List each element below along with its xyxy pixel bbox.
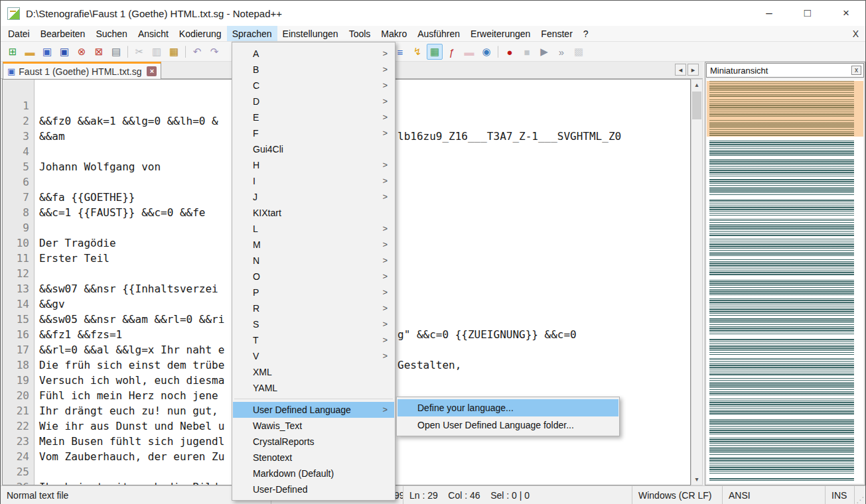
maximize-button[interactable]: □ (788, 1, 827, 26)
status-insert-mode[interactable]: INS (826, 486, 855, 504)
submenu-arrow-icon: > (382, 78, 388, 94)
language-menu-item[interactable]: P > (233, 284, 394, 300)
submenu-arrow-icon: > (382, 46, 388, 62)
document-map-close-icon[interactable]: x (851, 66, 861, 75)
tab-faust[interactable]: ▣ Faust 1 (Goethe) HTML.txt.sg × (3, 62, 161, 79)
print-icon[interactable]: ▤ (108, 44, 124, 60)
language-menu-item[interactable]: Markdown (Default) (233, 466, 394, 481)
open-file-icon[interactable]: ▬ (22, 44, 38, 60)
function-list-icon[interactable]: ƒ (444, 44, 460, 60)
toolbar-icon[interactable] (127, 46, 128, 58)
undo-icon[interactable]: ↶ (189, 44, 205, 60)
language-menu-item[interactable]: YAML (233, 380, 394, 396)
minimize-button[interactable]: – (750, 1, 788, 26)
language-menu-item[interactable]: H > (233, 157, 394, 173)
language-menu-item[interactable]: T > (233, 332, 394, 348)
status-doc-type: Normal text file (1, 486, 271, 504)
close-button[interactable]: × (827, 1, 865, 26)
status-bar: Normal text file length : 212.551 lines … (1, 485, 865, 504)
menu-bar-item[interactable]: Datei (3, 26, 35, 41)
editor-vertical-scrollbar[interactable]: ▴ ▾ (691, 79, 703, 485)
record-macro-icon[interactable]: ● (502, 44, 518, 60)
save-icon[interactable]: ▣ (39, 44, 55, 60)
submenu-arrow-icon: > (382, 173, 388, 189)
language-menu-item[interactable]: F > (233, 125, 394, 141)
menu-bar-item[interactable]: Bearbeiten (35, 26, 91, 41)
submenu-arrow-icon: > (382, 284, 388, 300)
run-icon[interactable]: ↯ (409, 44, 425, 60)
copy-icon[interactable]: ▥ (149, 44, 165, 60)
language-menu-item[interactable]: R > (233, 300, 394, 316)
languages-menu: A > B > C > D > E > F (232, 42, 396, 501)
language-menu-item[interactable]: S > (233, 316, 394, 332)
play-macro-icon[interactable]: ▶ (536, 44, 552, 60)
close-document-icon[interactable]: ⊗ (74, 44, 90, 60)
menu-bar-item[interactable]: ? (578, 26, 594, 41)
language-menu-item[interactable]: D > (233, 94, 394, 109)
paste-icon[interactable]: ▦ (166, 44, 182, 60)
submenu-arrow-icon: > (382, 300, 388, 316)
scrollbar-thumb[interactable] (692, 92, 701, 119)
submenu-item[interactable]: Define your language... (397, 399, 618, 416)
menu-bar-item[interactable]: Erweiterungen (465, 26, 536, 41)
language-menu-item[interactable] (234, 399, 393, 399)
language-menu-item[interactable]: O > (233, 269, 394, 284)
stop-macro-icon[interactable]: ■ (519, 44, 535, 60)
menu-bar-item[interactable]: Einstellungen (277, 26, 344, 41)
new-file-icon[interactable]: ⊞ (5, 44, 21, 60)
folder-as-workspace-icon[interactable]: ▬ (461, 44, 477, 60)
menu-bar-item[interactable]: Ansicht (133, 26, 174, 41)
menu-bar-item[interactable]: Ausführen (412, 26, 465, 41)
language-menu-item[interactable]: E > (233, 109, 394, 125)
document-monitoring-icon[interactable]: ◉ (478, 44, 494, 60)
redo-icon[interactable]: ↷ (206, 44, 222, 60)
language-menu-item[interactable]: N > (233, 253, 394, 269)
menu-bar-item[interactable]: Suchen (90, 26, 132, 41)
submenu-arrow-icon: > (382, 402, 388, 418)
document-map-icon[interactable]: ▦ (427, 44, 443, 60)
cut-icon[interactable]: ✂ (131, 44, 147, 60)
language-menu-item[interactable]: Wawis_Text (233, 418, 394, 434)
document-map-viewport[interactable] (707, 81, 863, 137)
language-menu-item[interactable]: J > (233, 189, 394, 205)
submenu-arrow-icon: > (382, 316, 388, 332)
run-macro-multiple-icon[interactable]: » (553, 44, 569, 60)
language-menu-item[interactable]: A > (233, 46, 394, 62)
language-menu-item[interactable]: B > (233, 62, 394, 78)
status-eol-format: Windows (CR LF) (632, 486, 723, 504)
scroll-up-icon[interactable]: ▴ (691, 80, 702, 90)
save-all-icon[interactable]: ▣ (56, 44, 72, 60)
tab-scroll-left-icon[interactable]: ◂ (675, 64, 686, 76)
submenu-item[interactable]: Open User Defined Language folder... (397, 416, 618, 434)
menu-bar-item[interactable]: Sprachen (227, 26, 277, 41)
language-menu-item[interactable]: User-Defined (233, 481, 394, 497)
toolbar-icon[interactable] (498, 46, 498, 58)
toolbar: ⊞ ▬ ▣ ▣ ⊗ ⊠ (1, 42, 865, 62)
language-menu-item[interactable]: XML (233, 364, 394, 380)
language-menu-item[interactable]: User Defined Language > (233, 402, 394, 418)
language-menu-item[interactable]: M > (233, 237, 394, 253)
language-menu-item[interactable]: KIXtart (233, 205, 394, 221)
document-map-body[interactable] (707, 80, 863, 483)
menu-bar-item[interactable]: Fenster (536, 26, 577, 41)
language-menu-item[interactable]: I > (233, 173, 394, 189)
save-macro-icon[interactable]: ▩ (571, 44, 587, 60)
menu-bar-item[interactable]: Tools (344, 26, 376, 41)
language-menu-item[interactable]: V > (233, 348, 394, 364)
language-menu-item[interactable]: CrystalReports (233, 434, 394, 450)
language-menu-item[interactable]: C > (233, 78, 394, 94)
submenu-arrow-icon: > (382, 237, 388, 253)
menu-bar-item[interactable]: Kodierung (174, 26, 227, 41)
language-menu-item[interactable]: Gui4Cli (233, 141, 394, 157)
toolbar-icon[interactable] (185, 46, 186, 58)
close-document-x[interactable]: X (853, 26, 859, 42)
tab-close-icon[interactable]: × (147, 66, 157, 76)
language-menu-item[interactable]: Stenotext (233, 450, 394, 466)
tab-scroll-right-icon[interactable]: ▸ (687, 64, 699, 76)
close-all-documents-icon[interactable]: ⊠ (91, 44, 107, 60)
menu-bar-item[interactable]: Makro (376, 26, 412, 41)
scroll-down-icon[interactable]: ▾ (691, 474, 702, 485)
language-menu-item[interactable]: L > (233, 221, 394, 237)
status-caret-position: Ln : 29 Col : 46 Sel : 0 | 0 (403, 486, 632, 504)
submenu-arrow-icon: > (382, 332, 388, 348)
